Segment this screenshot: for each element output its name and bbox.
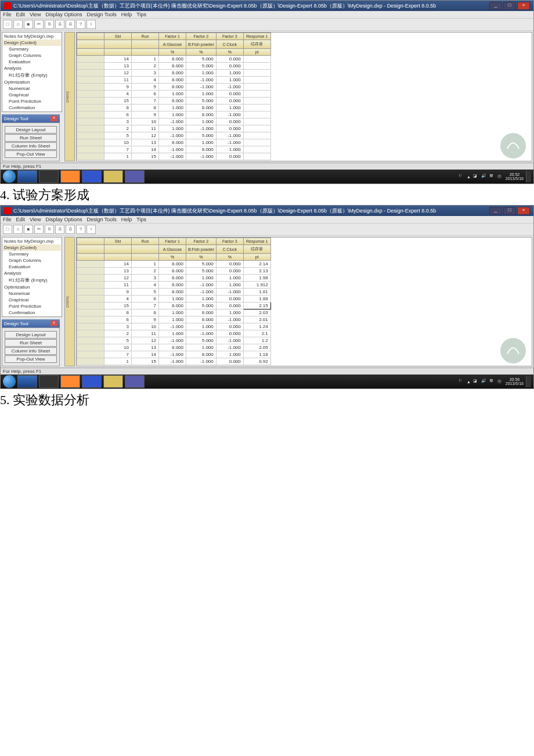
data-cell[interactable]: 4: [104, 91, 132, 98]
data-cell[interactable]: 0.000: [216, 261, 243, 268]
menu-edit[interactable]: Edit: [16, 12, 26, 17]
data-cell[interactable]: 15: [104, 98, 132, 105]
data-cell[interactable]: 8.000: [186, 309, 217, 316]
data-cell[interactable]: 2.14: [243, 261, 270, 268]
data-cell[interactable]: 8.000: [159, 275, 186, 282]
menu-tips[interactable]: Tips: [136, 12, 146, 17]
print-icon[interactable]: ⎙: [66, 225, 75, 234]
data-cell[interactable]: 8.000: [186, 146, 217, 153]
data-cell[interactable]: 8.000: [159, 84, 186, 91]
menu-help[interactable]: Help: [121, 12, 132, 17]
data-cell[interactable]: 12: [132, 132, 159, 139]
data-cell[interactable]: 1.000: [159, 309, 186, 316]
data-cell[interactable]: [243, 77, 270, 84]
print-icon[interactable]: ⎙: [66, 20, 75, 29]
data-cell[interactable]: 14: [132, 146, 159, 153]
tips-icon[interactable]: ♀: [86, 225, 96, 234]
data-cell[interactable]: 11: [104, 282, 132, 289]
data-cell[interactable]: 9: [104, 289, 132, 296]
help-icon[interactable]: ?: [76, 20, 85, 29]
data-cell[interactable]: -1.000: [216, 139, 243, 146]
minimize-button[interactable]: _: [489, 2, 502, 10]
data-cell[interactable]: 7: [104, 146, 132, 153]
data-cell[interactable]: -1.000: [186, 153, 217, 160]
data-cell[interactable]: 2: [132, 63, 159, 70]
data-cell[interactable]: 1.000: [216, 309, 243, 316]
data-cell[interactable]: -1.000: [186, 125, 217, 132]
data-cell[interactable]: -1.000: [186, 358, 217, 365]
paste-icon[interactable]: ⎙: [55, 20, 64, 29]
row-selector[interactable]: [77, 323, 104, 330]
tree-item[interactable]: Notes for MyDesign.dxp: [3, 33, 61, 39]
tree-item[interactable]: R1:结存量 (Empty): [3, 71, 61, 79]
data-cell[interactable]: 1.000: [216, 351, 243, 358]
data-cell[interactable]: -1.000: [159, 358, 186, 365]
data-cell[interactable]: 15: [104, 303, 132, 309]
data-cell[interactable]: 10: [132, 323, 159, 330]
data-cell[interactable]: 2: [104, 330, 132, 337]
tree-item[interactable]: Numerical: [3, 290, 61, 297]
row-selector[interactable]: [77, 351, 104, 358]
row-selector[interactable]: [77, 275, 104, 282]
data-cell[interactable]: -1.000: [216, 316, 243, 323]
data-cell[interactable]: 13: [132, 139, 159, 146]
close-button[interactable]: ×: [517, 207, 530, 215]
data-cell[interactable]: 8.000: [159, 261, 186, 268]
taskbar-powerpoint-icon[interactable]: [60, 375, 80, 388]
data-cell[interactable]: 1.98: [243, 275, 270, 282]
row-selector[interactable]: [77, 268, 104, 275]
data-cell[interactable]: -1.000: [216, 111, 243, 118]
data-cell[interactable]: -1.000: [186, 289, 217, 296]
data-cell[interactable]: 5.000: [186, 56, 217, 63]
data-cell[interactable]: -1.000: [159, 337, 186, 344]
new-icon[interactable]: □: [3, 20, 12, 29]
save-icon[interactable]: ■: [24, 225, 33, 234]
data-cell[interactable]: 8.000: [186, 105, 217, 111]
data-cell[interactable]: 0.000: [216, 330, 243, 337]
data-cell[interactable]: 0.92: [243, 358, 270, 365]
data-cell[interactable]: 12: [104, 275, 132, 282]
tray-flag-icon[interactable]: ⚐: [459, 174, 464, 179]
data-cell[interactable]: 1.000: [159, 125, 186, 132]
data-cell[interactable]: 5: [132, 84, 159, 91]
data-cell[interactable]: -1.000: [186, 84, 217, 91]
data-cell[interactable]: 0.000: [216, 125, 243, 132]
row-selector[interactable]: [77, 56, 104, 63]
data-cell[interactable]: -1.000: [159, 323, 186, 330]
data-cell[interactable]: 4: [104, 296, 132, 303]
data-cell[interactable]: 1.000: [159, 91, 186, 98]
data-cell[interactable]: 1: [104, 358, 132, 365]
menu-display-options[interactable]: Display Options: [45, 12, 82, 17]
tree-item[interactable]: Design (Coded): [3, 39, 61, 46]
tray-ime-icon[interactable]: ㊥: [497, 379, 503, 384]
dtool-button[interactable]: Run Sheet: [5, 339, 57, 347]
data-cell[interactable]: 1.000: [159, 105, 186, 111]
data-cell[interactable]: 2.13: [243, 268, 270, 275]
data-cell[interactable]: -1.000: [159, 146, 186, 153]
tree-item[interactable]: Graphical: [3, 92, 61, 98]
side-tab[interactable]: Select: [64, 237, 75, 366]
data-cell[interactable]: -1.000: [216, 132, 243, 139]
data-cell[interactable]: [243, 146, 270, 153]
tree-item[interactable]: R1:结存量 (Empty): [3, 276, 61, 284]
data-cell[interactable]: 1.000: [216, 77, 243, 84]
tree-item[interactable]: Optimization: [3, 284, 61, 290]
row-selector[interactable]: [77, 105, 104, 111]
data-cell[interactable]: 1.000: [216, 282, 243, 289]
minimize-button[interactable]: _: [489, 207, 502, 215]
taskbar-ie-icon[interactable]: [17, 170, 37, 183]
dtool-button[interactable]: Run Sheet: [5, 134, 57, 142]
data-cell[interactable]: 1: [132, 261, 159, 268]
row-selector[interactable]: [77, 296, 104, 303]
row-selector[interactable]: [77, 153, 104, 160]
data-cell[interactable]: 1.000: [216, 275, 243, 282]
data-cell[interactable]: 8.000: [186, 351, 217, 358]
data-cell[interactable]: -1.000: [216, 84, 243, 91]
paste-icon[interactable]: ⎙: [55, 225, 64, 234]
data-cell[interactable]: 1.000: [216, 146, 243, 153]
row-selector[interactable]: [77, 358, 104, 365]
start-button[interactable]: [3, 170, 16, 183]
panel-close-icon[interactable]: ×: [50, 321, 57, 326]
row-selector[interactable]: [77, 146, 104, 153]
taskbar-explorer-icon[interactable]: [39, 375, 59, 388]
